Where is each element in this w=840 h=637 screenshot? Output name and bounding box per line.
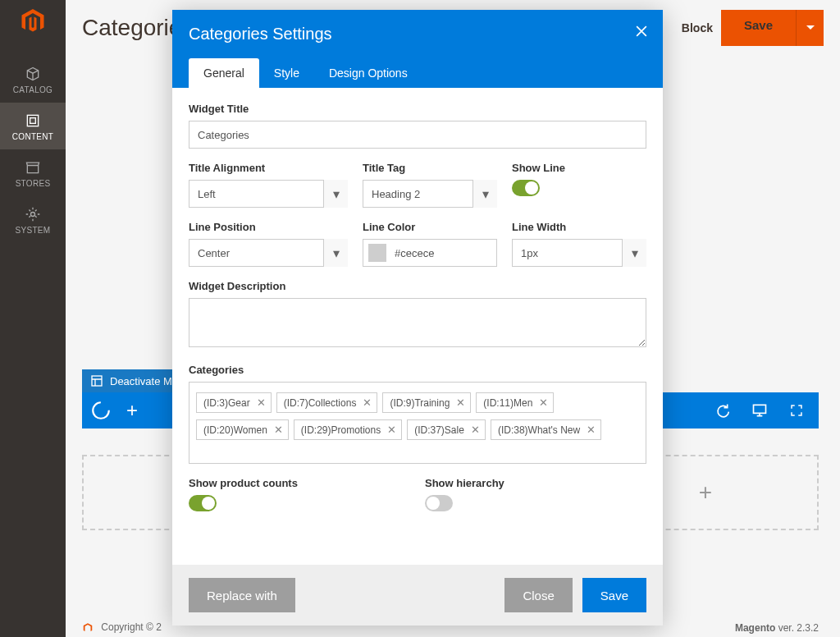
line-width-select[interactable]	[512, 239, 646, 267]
show-hierarchy-toggle[interactable]	[425, 495, 453, 511]
tag-label: (ID:3)Gear	[203, 397, 250, 409]
tag-label: (ID:20)Women	[203, 424, 267, 436]
tag-label: (ID:29)Promotions	[301, 424, 381, 436]
title-alignment-select[interactable]	[189, 180, 348, 208]
remove-tag-icon[interactable]: ✕	[539, 396, 548, 409]
line-color-label: Line Color	[363, 221, 497, 233]
modal-header: Categories Settings General Style Design…	[172, 10, 663, 88]
category-tag[interactable]: (ID:11)Men✕	[476, 392, 554, 413]
close-button[interactable]: Close	[504, 578, 572, 612]
close-icon[interactable]	[633, 23, 650, 43]
category-tag[interactable]: (ID:29)Promotions✕	[294, 419, 402, 440]
replace-button[interactable]: Replace with	[189, 578, 295, 612]
tag-label: (ID:7)Collections	[284, 397, 357, 409]
line-position-select[interactable]	[189, 239, 348, 267]
widget-title-input[interactable]	[189, 121, 646, 149]
save-button[interactable]: Save	[582, 578, 646, 612]
remove-tag-icon[interactable]: ✕	[587, 424, 596, 436]
remove-tag-icon[interactable]: ✕	[387, 424, 396, 436]
tag-label: (ID:37)Sale	[414, 424, 464, 436]
title-tag-label: Title Tag	[363, 162, 497, 174]
category-tag[interactable]: (ID:38)What's New✕	[491, 419, 601, 440]
modal-body: Widget Title Title Alignment ▾ Title Tag…	[172, 88, 663, 565]
widget-description-label: Widget Description	[189, 280, 646, 292]
categories-tagbox[interactable]: (ID:3)Gear✕(ID:7)Collections✕(ID:9)Train…	[189, 382, 646, 464]
line-position-label: Line Position	[189, 221, 348, 233]
category-tag[interactable]: (ID:9)Training✕	[382, 392, 471, 413]
widget-title-label: Widget Title	[189, 103, 646, 115]
settings-modal: Categories Settings General Style Design…	[172, 10, 663, 626]
show-line-toggle[interactable]	[512, 180, 540, 196]
title-alignment-label: Title Alignment	[189, 162, 348, 174]
show-counts-toggle[interactable]	[189, 495, 217, 511]
remove-tag-icon[interactable]: ✕	[257, 396, 266, 409]
tag-label: (ID:9)Training	[390, 397, 450, 409]
remove-tag-icon[interactable]: ✕	[363, 396, 372, 409]
category-tag[interactable]: (ID:7)Collections✕	[276, 392, 378, 413]
tab-general[interactable]: General	[189, 58, 259, 88]
title-tag-select[interactable]	[363, 180, 497, 208]
modal-tabs: General Style Design Options	[189, 58, 646, 88]
line-color-input[interactable]: #cecece	[363, 239, 497, 267]
category-tag[interactable]: (ID:20)Women✕	[196, 419, 289, 440]
widget-description-input[interactable]	[189, 298, 646, 347]
tag-label: (ID:11)Men	[483, 397, 532, 409]
categories-label: Categories	[189, 364, 646, 376]
tab-design-options[interactable]: Design Options	[314, 58, 422, 88]
category-tag[interactable]: (ID:37)Sale✕	[407, 419, 486, 440]
color-swatch	[368, 244, 386, 262]
show-hierarchy-label: Show hierarchy	[425, 477, 646, 489]
tab-style[interactable]: Style	[259, 58, 314, 88]
show-line-label: Show Line	[512, 162, 646, 174]
line-width-label: Line Width	[512, 221, 646, 233]
show-counts-label: Show product counts	[189, 477, 410, 489]
remove-tag-icon[interactable]: ✕	[471, 424, 480, 436]
category-tag[interactable]: (ID:3)Gear✕	[196, 392, 272, 413]
remove-tag-icon[interactable]: ✕	[456, 396, 465, 409]
tag-label: (ID:38)What's New	[498, 424, 580, 436]
remove-tag-icon[interactable]: ✕	[274, 424, 283, 436]
color-value: #cecece	[395, 247, 434, 259]
modal-title: Categories Settings	[189, 25, 646, 44]
modal-footer: Replace with Close Save	[172, 565, 663, 626]
